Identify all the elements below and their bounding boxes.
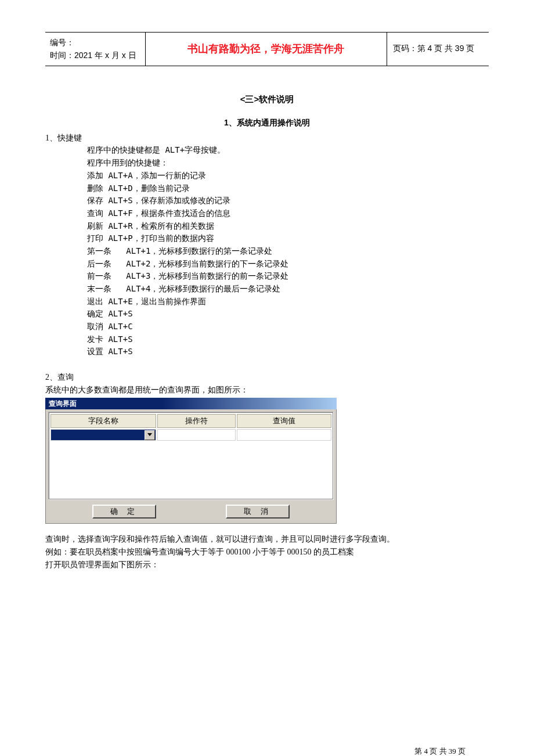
shortcut-intro-2: 程序中用到的快捷键： [87, 157, 489, 170]
dialog-title: 查询界面 [45, 398, 337, 409]
query-explanation: 查询时，选择查询字段和操作符后输入查询值，就可以进行查询，并且可以同时进行多字段… [45, 533, 489, 572]
page-footer: 第 4 页 共 39 页 [45, 746, 489, 756]
shortcut-item: 保存 ALT+S，保存新添加或修改的记录 [87, 195, 489, 207]
query-heading: 2、查询 [45, 371, 489, 384]
shortcut-item: 发卡 ALT+S [87, 333, 489, 346]
dialog-body: 字段名称 操作符 查询值 [45, 409, 337, 524]
shortcut-item: 退出 ALT+E，退出当前操作界面 [87, 296, 489, 308]
explain-line-2: 例如：要在职员档案中按照编号查询编号大于等于 000100 小于等于 00015… [45, 546, 489, 559]
shortcut-list: 程序中的快捷键都是 ALT+字母按键。 程序中用到的快捷键： 添加 ALT+A，… [45, 144, 489, 358]
value-cell[interactable] [237, 429, 331, 441]
shortcut-item: 添加 ALT+A，添加一行新的记录 [87, 170, 489, 182]
operator-cell[interactable] [157, 429, 235, 441]
shortcut-intro-1: 程序中的快捷键都是 ALT+字母按键。 [87, 144, 489, 157]
query-grid-row[interactable] [50, 429, 331, 441]
cancel-button[interactable]: 取 消 [226, 505, 290, 519]
header-page-label: 页码：第 4 页 共 39 页 [387, 33, 489, 66]
header-number-label: 编号： [50, 38, 74, 47]
section-title: <三>软件说明 [45, 94, 489, 105]
query-dialog: 查询界面 字段名称 操作符 查询值 [45, 398, 337, 524]
page-header-table: 编号： 时间：2021 年 x 月 x 日 书山有路勤为径，学海无涯苦作舟 页码… [45, 32, 489, 66]
shortcut-item: 确定 ALT+S [87, 308, 489, 321]
shortcut-item: 末一条 ALT+4，光标移到数据行的最后一条记录处 [87, 283, 489, 296]
col-header-field[interactable]: 字段名称 [50, 414, 156, 428]
shortcut-item: 查询 ALT+F，根据条件查找适合的信息 [87, 207, 489, 220]
ok-button[interactable]: 确 定 [92, 505, 156, 519]
chevron-down-icon[interactable] [145, 430, 155, 440]
explain-line-1: 查询时，选择查询字段和操作符后输入查询值，就可以进行查询，并且可以同时进行多字段… [45, 533, 489, 546]
col-header-operator[interactable]: 操作符 [157, 414, 235, 428]
col-header-value[interactable]: 查询值 [237, 414, 331, 428]
shortcut-item: 删除 ALT+D，删除当前记录 [87, 182, 489, 195]
shortcut-item: 取消 ALT+C [87, 321, 489, 333]
shortcut-item: 刷新 ALT+R，检索所有的相关数据 [87, 220, 489, 233]
svg-marker-0 [147, 433, 152, 436]
shortcut-heading: 1、快捷键 [45, 132, 489, 145]
query-intro: 系统中的大多数查询都是用统一的查询界面，如图所示： [45, 384, 489, 397]
query-grid-wrap: 字段名称 操作符 查询值 [48, 412, 334, 500]
shortcut-item: 第一条 ALT+1，光标移到数据行的第一条记录处 [87, 245, 489, 258]
header-left-cell: 编号： 时间：2021 年 x 月 x 日 [45, 33, 145, 66]
sub-section-title: 1、系统内通用操作说明 [45, 118, 489, 128]
shortcut-item: 打印 ALT+P，打印当前的数据内容 [87, 232, 489, 245]
query-grid: 字段名称 操作符 查询值 [49, 412, 333, 499]
shortcut-item: 后一条 ALT+2，光标移到当前数据行的下一条记录处 [87, 258, 489, 271]
header-date-label: 时间：2021 年 x 月 x 日 [50, 49, 140, 62]
shortcut-item: 前一条 ALT+3，光标移到当前数据行的前一条记录处 [87, 270, 489, 283]
explain-line-3: 打开职员管理界面如下图所示： [45, 559, 489, 571]
grid-empty-area [50, 442, 331, 498]
shortcut-item: 设置 ALT+S [87, 345, 489, 358]
field-name-combo[interactable] [50, 429, 156, 441]
header-motto: 书山有路勤为径，学海无涯苦作舟 [145, 33, 387, 66]
